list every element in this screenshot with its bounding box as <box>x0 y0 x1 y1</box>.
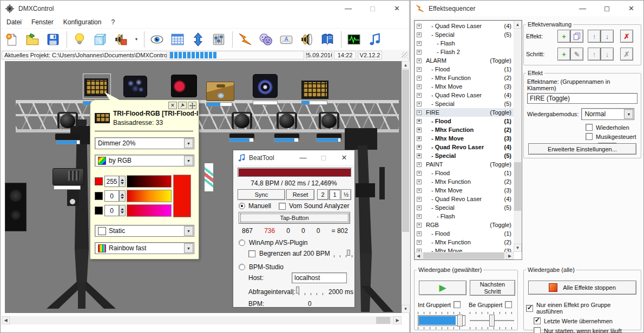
expand-icon[interactable]: + <box>417 102 422 106</box>
close-icon[interactable]: ✕ <box>334 150 354 165</box>
box-fixture[interactable] <box>206 82 234 101</box>
add-effect-icon[interactable]: + <box>557 30 570 43</box>
resize-grip[interactable] <box>402 52 408 58</box>
tree-item[interactable]: + - Mhx Function (2) <box>415 125 514 134</box>
tree-item[interactable]: + - Quad Revo Laser (4) <box>415 195 514 203</box>
wiederholen-checkbox[interactable] <box>586 124 593 131</box>
copy-effect-icon[interactable] <box>570 30 583 43</box>
loudspeaker-icon[interactable] <box>299 31 315 48</box>
spinner-icon[interactable] <box>119 176 126 187</box>
effect-lightning-icon[interactable] <box>237 31 253 48</box>
tree-item[interactable]: + - Special (5) <box>415 151 514 160</box>
expand-icon[interactable]: + <box>417 50 422 55</box>
slider-handle[interactable] <box>296 287 299 294</box>
menu-item[interactable]: ? <box>106 17 120 28</box>
half-button[interactable]: ½ <box>341 189 351 200</box>
popup-move-icon[interactable] <box>188 102 196 109</box>
be-gruppiert-checkbox[interactable] <box>505 301 512 308</box>
scroll-left-icon[interactable]: ◀ <box>2 316 10 324</box>
edit-step-icon[interactable]: ✎ <box>570 48 583 61</box>
scrollbar-thumb[interactable] <box>514 162 521 211</box>
expand-icon[interactable]: + <box>417 214 422 219</box>
tree-item[interactable]: + - Mhx Move (3) <box>415 82 514 91</box>
expand-icon[interactable]: + <box>417 67 422 72</box>
tree-item[interactable]: + - Mhx Function (2) <box>415 238 514 247</box>
moving-head-fixture[interactable] <box>316 111 342 140</box>
scene-masks-icon[interactable] <box>258 31 274 48</box>
intensity-slider[interactable] <box>418 312 465 329</box>
expand-icon[interactable]: + <box>417 171 422 176</box>
beattool-titlebar[interactable]: BeatTool — ◻ ✕ <box>233 150 354 165</box>
channel-grid-icon[interactable] <box>169 31 186 48</box>
tree-item[interactable]: + - Mhx Function (2) <box>415 177 514 186</box>
scanner-fixture[interactable] <box>171 75 197 97</box>
chevron-down-icon[interactable]: ▼ <box>184 138 193 148</box>
maximize-icon[interactable]: ◻ <box>360 1 385 16</box>
new-project-icon[interactable] <box>4 31 20 48</box>
maximize-icon[interactable]: ◻ <box>595 1 619 16</box>
close-icon[interactable]: ✕ <box>619 1 643 16</box>
flood-fixture-2[interactable] <box>301 81 328 99</box>
preview-eye-icon[interactable] <box>149 31 165 48</box>
musikgesteuert-checkbox[interactable] <box>586 133 593 140</box>
lamp-icon[interactable] <box>71 31 88 48</box>
delete-effect-icon[interactable]: ✗ <box>620 30 633 43</box>
chevron-down-icon[interactable]: ▼ <box>624 109 633 119</box>
tree-item[interactable]: + - Mhx Move (3) <box>415 247 514 252</box>
tap-button[interactable]: Tap-Button <box>239 212 350 224</box>
add-step-icon[interactable]: + <box>557 48 570 61</box>
tree-item[interactable]: + - Flood (1) <box>415 169 514 177</box>
channel-value[interactable]: 0 <box>104 190 119 202</box>
winamp-radio[interactable] <box>239 239 245 246</box>
tree-item[interactable]: + RGB (Toggle) <box>415 221 514 229</box>
int-gruppiert-checkbox[interactable] <box>454 301 461 308</box>
scrollbar-thumb[interactable] <box>423 252 504 259</box>
scrollbar-thumb[interactable] <box>376 317 390 324</box>
scroll-right-icon[interactable]: ▶ <box>506 252 514 259</box>
faders-icon[interactable] <box>211 31 227 48</box>
stop-all-button[interactable]: Alle Effekte stoppen <box>528 281 636 295</box>
menu-item[interactable]: Konfiguration <box>58 17 107 28</box>
audio-output-icon[interactable] <box>113 31 129 48</box>
bpm-studio-radio[interactable] <box>239 264 245 270</box>
mode-dropdown[interactable]: Normal ▼ <box>581 108 634 120</box>
option-checkbox[interactable] <box>526 305 533 312</box>
expand-icon[interactable]: + <box>417 179 422 184</box>
menu-item[interactable]: Fenster <box>27 17 58 28</box>
open-project-icon[interactable] <box>24 31 41 48</box>
double-button[interactable]: 2 <box>317 189 328 200</box>
expand-icon[interactable]: + <box>417 24 422 29</box>
tree-item[interactable]: + FIRE (Toggle) <box>415 108 514 117</box>
expand-icon[interactable]: + <box>417 197 422 202</box>
hotkey-icon[interactable]: A <box>278 31 294 48</box>
channel-gradient-slider[interactable] <box>127 175 172 188</box>
tree-item[interactable]: + - Mhx Move (3) <box>415 134 514 143</box>
channel-gradient-slider[interactable] <box>127 190 172 202</box>
advanced-settings-button[interactable]: Erweiterte Einstellungen... <box>528 143 636 155</box>
slider-handle[interactable] <box>347 250 350 256</box>
save-project-icon[interactable] <box>45 31 61 48</box>
scroll-down-icon[interactable]: ▼ <box>402 305 410 313</box>
spinner-icon[interactable] <box>119 205 126 216</box>
sync-button[interactable]: Sync <box>238 189 285 200</box>
scroll-up-icon[interactable]: ▲ <box>402 61 410 69</box>
tree-item[interactable]: + - Flood (1) <box>415 117 514 125</box>
chevron-down-icon[interactable]: ▼ <box>184 226 193 236</box>
tree-item[interactable]: + - Quad Revo Laser (4) <box>415 22 514 30</box>
expand-icon[interactable]: + <box>417 76 422 81</box>
expand-icon[interactable]: + <box>417 188 422 193</box>
popup-pin-icon[interactable] <box>178 102 187 109</box>
expand-icon[interactable]: + <box>417 205 422 210</box>
slider-handle[interactable] <box>489 315 495 327</box>
effect-fixture[interactable] <box>123 76 147 97</box>
rainbow-effect-dropdown[interactable]: Rainbow fast ▼ <box>95 242 194 254</box>
minimize-icon[interactable]: — <box>336 1 360 16</box>
tree-hscrollbar[interactable]: ◀ ▶ <box>415 252 514 259</box>
option-checkbox[interactable] <box>534 327 541 333</box>
host-input[interactable] <box>292 272 347 283</box>
reset-button[interactable]: Reset <box>286 189 314 200</box>
ice-cube-icon[interactable] <box>92 31 108 48</box>
color-mode-dropdown[interactable]: by RGB ▼ <box>95 155 194 166</box>
close-icon[interactable]: ✕ <box>385 1 409 16</box>
chevron-down-icon[interactable]: ▼ <box>184 243 193 253</box>
